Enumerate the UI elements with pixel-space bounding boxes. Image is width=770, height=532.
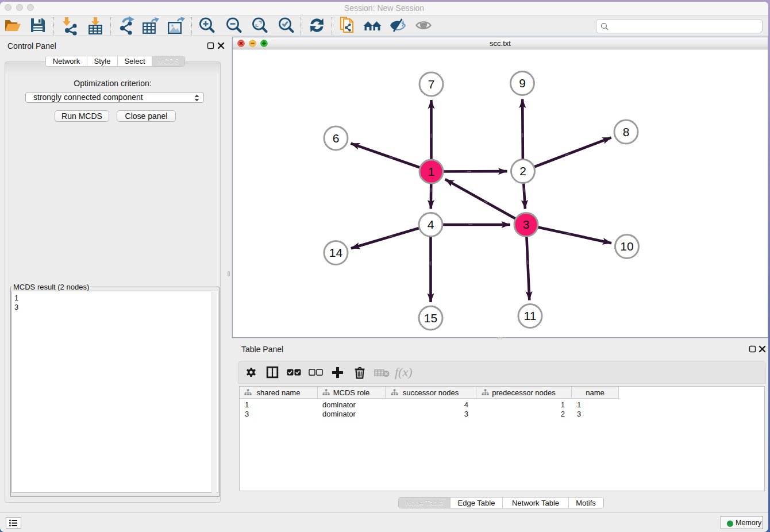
svg-text:10: 10	[620, 240, 633, 253]
svg-text:8: 8	[623, 125, 630, 138]
svg-text:9: 9	[519, 76, 526, 90]
svg-text:11: 11	[524, 309, 537, 322]
svg-text:7: 7	[428, 78, 435, 91]
svg-text:2: 2	[519, 164, 526, 178]
svg-text:3: 3	[523, 218, 530, 231]
svg-text:15: 15	[424, 311, 437, 325]
svg-text:14: 14	[329, 246, 343, 259]
svg-text:6: 6	[333, 132, 340, 145]
svg-text:4: 4	[428, 218, 434, 231]
svg-text:1: 1	[428, 165, 435, 178]
